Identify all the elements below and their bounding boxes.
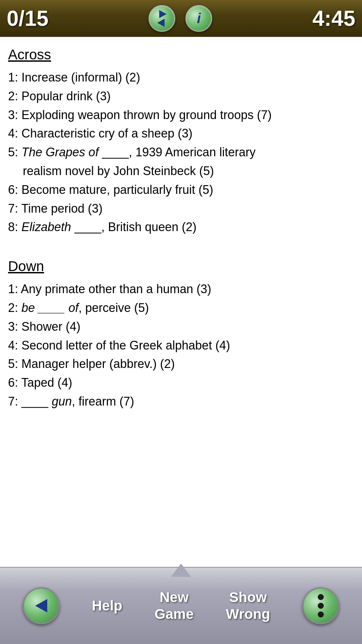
info-button[interactable]: i (185, 5, 212, 32)
clue-down-6: 6: Taped (4) (8, 376, 72, 389)
clue-across-7: 7: Time period (3) (8, 202, 103, 215)
bottom-bar: Help New Game Show Wrong (0, 567, 362, 644)
score-display: 0/15 (7, 6, 49, 31)
clue-down-7: 7: ____ gun, firearm (7) (8, 394, 134, 408)
swap-icon (157, 10, 167, 27)
clue-down-4: 4: Second letter of the Greek alphabet (… (8, 338, 230, 352)
clue-across-2: 2: Popular drink (3) (8, 89, 111, 103)
clue-across-8: 8: Elizabeth ____, British queen (2) (8, 220, 196, 234)
clue-down-3: 3: Shower (4) (8, 320, 80, 333)
clue-across-5: 5: The Grapes of ____, 1939 American lit… (8, 145, 255, 159)
clue-down-5: 5: Manager helper (abbrev.) (2) (8, 357, 175, 371)
timer-display: 4:45 (312, 6, 355, 31)
options-button[interactable] (302, 587, 339, 624)
top-center-buttons: i (148, 5, 212, 32)
clue-down-2: 2: be ____ of, perceive (5) (8, 301, 149, 315)
clue-across-1: 1: Increase (informal) (2) (8, 70, 140, 84)
back-button[interactable] (23, 587, 60, 624)
dots-icon (318, 594, 324, 618)
clue-across-6: 6: Become mature, particularly fruit (5) (8, 183, 213, 197)
across-clues: 1: Increase (informal) (2) 2: Popular dr… (8, 68, 354, 236)
across-title: Across (8, 44, 354, 65)
new-game-button[interactable]: New Game (155, 589, 194, 623)
help-button[interactable]: Help (92, 597, 122, 614)
clue-across-4: 4: Characteristic cry of a sheep (3) (8, 126, 192, 140)
show-wrong-button[interactable]: Show Wrong (226, 589, 270, 623)
top-bar: 0/15 i 4:45 (0, 0, 362, 37)
back-arrow-icon (35, 599, 47, 612)
down-clues: 1: Any primate other than a human (3) 2:… (8, 280, 354, 411)
clue-across-3: 3: Exploding weapon thrown by ground tro… (8, 108, 272, 122)
down-title: Down (8, 255, 354, 277)
clues-area: Across 1: Increase (informal) (2) 2: Pop… (0, 37, 362, 604)
clue-down-1: 1: Any primate other than a human (3) (8, 282, 211, 296)
clue-across-5-wrap: realism novel by John Steinbeck (5) (8, 162, 214, 180)
swap-button[interactable] (148, 5, 175, 32)
info-icon: i (197, 10, 201, 26)
bottom-triangle-indicator (171, 564, 191, 577)
